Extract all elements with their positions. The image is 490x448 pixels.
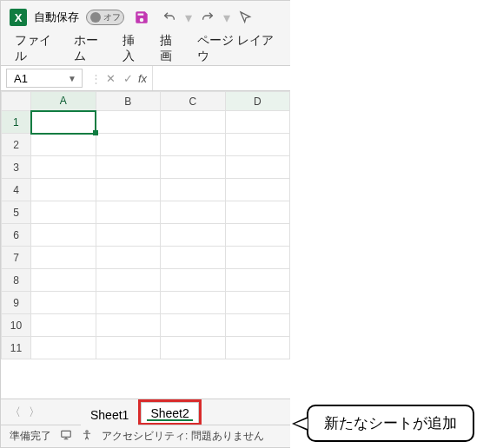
cell[interactable] xyxy=(31,337,96,359)
cell[interactable] xyxy=(225,201,290,224)
accessibility-icon[interactable] xyxy=(81,429,93,444)
row-header[interactable]: 11 xyxy=(2,337,31,359)
fx-icon[interactable]: fx xyxy=(138,72,147,85)
row-header[interactable]: 7 xyxy=(2,247,31,269)
cell[interactable] xyxy=(161,337,226,359)
row-header[interactable]: 8 xyxy=(2,269,31,292)
cell[interactable] xyxy=(161,247,226,269)
cell[interactable] xyxy=(161,292,226,314)
chevron-down-icon[interactable]: ▼ xyxy=(68,74,76,83)
spreadsheet-grid[interactable]: A B C D 1 2 3 4 5 6 7 8 9 10 11 xyxy=(1,91,290,399)
save-button[interactable] xyxy=(131,7,152,28)
row-header[interactable]: 5 xyxy=(2,201,31,224)
col-header-B[interactable]: B xyxy=(96,92,161,111)
name-box[interactable]: ▼ xyxy=(6,69,83,88)
cell[interactable] xyxy=(96,337,161,359)
toggle-knob xyxy=(90,12,101,23)
ribbon-tabs: ファイル ホーム 挿入 描画 ページ レイアウ xyxy=(1,34,290,65)
col-header-D[interactable]: D xyxy=(225,92,290,111)
cancel-formula-button[interactable]: ✕ xyxy=(103,72,119,85)
cell[interactable] xyxy=(225,314,290,337)
cell[interactable] xyxy=(225,111,290,134)
cell[interactable] xyxy=(31,269,96,292)
cell[interactable] xyxy=(161,156,226,179)
cell[interactable] xyxy=(161,224,226,247)
cell[interactable] xyxy=(31,224,96,247)
cell[interactable] xyxy=(225,179,290,201)
cell[interactable] xyxy=(225,337,290,359)
display-settings-icon[interactable] xyxy=(60,429,72,444)
sheet-tab-sheet1[interactable]: Sheet1 xyxy=(81,404,138,425)
cell[interactable] xyxy=(225,224,290,247)
col-header-C[interactable]: C xyxy=(161,92,226,111)
redo-button[interactable] xyxy=(197,7,218,28)
sheet-tab-sheet2[interactable]: Sheet2 xyxy=(141,402,198,423)
cell[interactable] xyxy=(96,292,161,314)
cell[interactable] xyxy=(96,269,161,292)
cell[interactable] xyxy=(31,201,96,224)
sheet-tab-bar: 〈 〉 Sheet1 Sheet2 xyxy=(1,399,290,425)
select-all-corner[interactable] xyxy=(2,92,31,111)
svg-rect-0 xyxy=(62,431,71,437)
enter-formula-button[interactable]: ✓ xyxy=(121,72,136,85)
status-ready: 準備完了 xyxy=(10,429,51,444)
svg-point-1 xyxy=(86,431,88,432)
undo-button[interactable] xyxy=(159,7,180,28)
tab-insert[interactable]: 挿入 xyxy=(121,31,146,66)
cursor-select-button[interactable] xyxy=(235,7,256,28)
cell[interactable] xyxy=(161,314,226,337)
tab-home[interactable]: ホーム xyxy=(72,31,109,66)
row-header[interactable]: 10 xyxy=(2,314,31,337)
cell[interactable] xyxy=(31,179,96,201)
cell[interactable] xyxy=(96,224,161,247)
cell[interactable] xyxy=(161,134,226,156)
cell[interactable] xyxy=(31,292,96,314)
row-header[interactable]: 1 xyxy=(2,111,31,134)
cell[interactable] xyxy=(161,201,226,224)
sheet-nav-prev[interactable]: 〈 xyxy=(8,405,22,420)
status-accessibility: アクセシビリティ: 問題ありません xyxy=(102,429,264,444)
status-bar: 準備完了 アクセシビリティ: 問題ありません xyxy=(1,425,290,447)
callout-pointer xyxy=(292,417,308,431)
cell[interactable] xyxy=(31,156,96,179)
annotation-highlight: Sheet2 xyxy=(138,399,201,425)
name-box-input[interactable] xyxy=(12,71,64,86)
row-header[interactable]: 4 xyxy=(2,179,31,201)
excel-app-icon: X xyxy=(10,9,27,26)
cell[interactable] xyxy=(96,201,161,224)
cell[interactable] xyxy=(96,156,161,179)
col-header-A[interactable]: A xyxy=(31,92,96,111)
row-header[interactable]: 9 xyxy=(2,292,31,314)
cell[interactable] xyxy=(31,247,96,269)
formula-buttons: ⋮ ✕ ✓ fx xyxy=(85,66,153,90)
cell[interactable] xyxy=(161,179,226,201)
tab-draw[interactable]: 描画 xyxy=(158,31,183,66)
cell[interactable] xyxy=(161,269,226,292)
annotation-callout: 新たなシートが追加 xyxy=(292,405,474,442)
sheet-nav-next[interactable]: 〉 xyxy=(27,405,41,420)
cell[interactable] xyxy=(31,314,96,337)
cell-A1[interactable] xyxy=(31,111,96,134)
cell[interactable] xyxy=(225,247,290,269)
row-header[interactable]: 2 xyxy=(2,134,31,156)
tab-file[interactable]: ファイル xyxy=(13,31,60,66)
cell[interactable] xyxy=(225,269,290,292)
excel-window: X 自動保存 オフ ▾ ▾ ファイル ホーム 挿入 描画 ページ レイアウ ▼ xyxy=(0,0,290,448)
row-header[interactable]: 6 xyxy=(2,224,31,247)
row-header[interactable]: 3 xyxy=(2,156,31,179)
formula-input[interactable] xyxy=(153,66,310,90)
cell[interactable] xyxy=(225,292,290,314)
cell[interactable] xyxy=(225,134,290,156)
autosave-label: 自動保存 xyxy=(34,10,79,25)
cell[interactable] xyxy=(96,314,161,337)
cell[interactable] xyxy=(225,156,290,179)
cell[interactable] xyxy=(96,111,161,134)
cell[interactable] xyxy=(96,247,161,269)
cell[interactable] xyxy=(96,179,161,201)
cell[interactable] xyxy=(161,111,226,134)
tab-page-layout[interactable]: ページ レイアウ xyxy=(195,31,278,66)
autosave-toggle[interactable]: オフ xyxy=(86,10,124,25)
cell[interactable] xyxy=(96,134,161,156)
cell[interactable] xyxy=(31,134,96,156)
title-bar: X 自動保存 オフ ▾ ▾ xyxy=(1,1,290,34)
